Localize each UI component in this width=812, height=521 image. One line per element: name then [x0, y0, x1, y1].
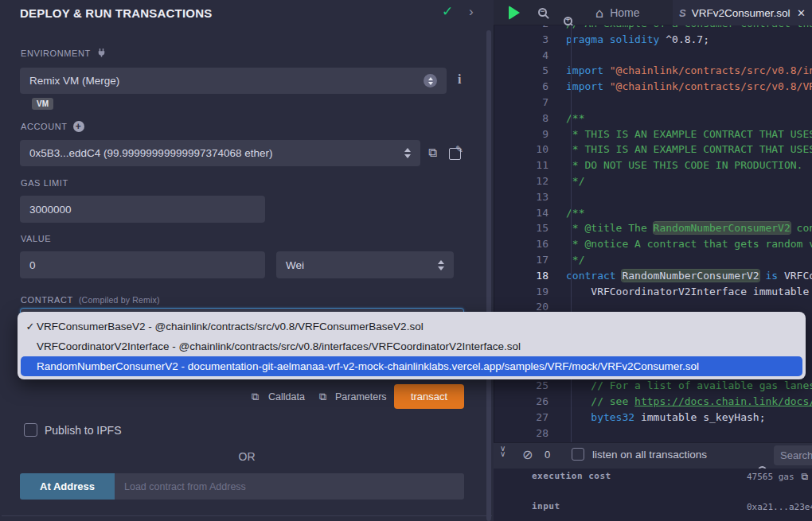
- terminal-row-label: execution cost: [532, 471, 611, 481]
- select-stepper-icon[interactable]: [424, 74, 437, 87]
- terminal-collapse-icon[interactable]: ∨∨: [500, 445, 506, 457]
- select-stepper-icon[interactable]: [438, 260, 444, 270]
- value-unit-select[interactable]: Wei: [276, 251, 454, 278]
- parameters-button[interactable]: Parameters: [335, 391, 387, 402]
- code-editor[interactable]: 2// An example of a consumer contract th…: [494, 25, 812, 442]
- line-number: 14: [494, 205, 560, 221]
- environment-label: ENVIRONMENT: [21, 48, 107, 58]
- contract-option-label: VRFConsumerBaseV2 - @chainlink/contracts…: [37, 321, 424, 332]
- copy-calldata-icon[interactable]: ⧉: [252, 391, 259, 403]
- contract-option[interactable]: VRFCoordinatorV2Interface - @chainlink/c…: [18, 336, 806, 356]
- publish-ipfs-checkbox[interactable]: [24, 423, 37, 437]
- vm-badge: VM: [32, 98, 53, 110]
- value-input[interactable]: 0: [20, 251, 265, 278]
- code-text: VRFCoordinatorV2Interface immutable C: [560, 284, 812, 300]
- clear-console-icon[interactable]: ⊘: [522, 447, 533, 462]
- code-text: /**: [560, 111, 584, 126]
- terminal-row: input0xa21...a23e4⧉: [494, 501, 812, 512]
- code-line: 17 */: [494, 252, 812, 268]
- terminal-search-input[interactable]: Search: [774, 445, 812, 465]
- copy-parameters-icon[interactable]: ⧉: [319, 391, 326, 403]
- code-line: 14/**: [494, 205, 812, 221]
- transact-button[interactable]: transact: [394, 384, 464, 409]
- line-number: 9: [494, 126, 560, 142]
- terminal-row-value: 0xa21...a23e4⧉: [747, 501, 812, 512]
- code-text: import "@chainlink/contracts/src/v0.8/VR…: [560, 79, 812, 95]
- code-text: [560, 95, 566, 111]
- code-text: import "@chainlink/contracts/src/v0.8/in…: [560, 63, 812, 79]
- home-icon: ⌂: [595, 6, 603, 21]
- terminal-output[interactable]: execution cost47565 gas⧉input0xa21...a23…: [494, 469, 812, 521]
- gas-limit-input[interactable]: 3000000: [20, 196, 265, 223]
- line-number: 17: [494, 252, 560, 268]
- line-number: 15: [494, 220, 560, 236]
- account-select[interactable]: 0x5B3...eddC4 (99.99999999999997374068 e…: [20, 140, 420, 166]
- code-text: */: [560, 252, 584, 268]
- code-line: 28: [494, 426, 812, 441]
- account-label: ACCOUNT +: [21, 121, 84, 132]
- environment-select[interactable]: Remix VM (Merge): [20, 68, 447, 94]
- zoom-in-icon[interactable]: +: [564, 17, 572, 25]
- code-text: /**: [560, 205, 584, 221]
- code-line: 9 * THIS IS AN EXAMPLE CONTRACT THAT USE…: [494, 126, 812, 142]
- code-text: // An example of a consumer contract tha…: [560, 25, 812, 32]
- line-number: 19: [494, 284, 560, 300]
- line-number: 3: [494, 32, 560, 48]
- publish-ipfs-label: Publish to IPFS: [45, 424, 122, 437]
- contract-option[interactable]: RandomNumberConsumerV2 - documentation-g…: [21, 356, 802, 376]
- tab-vrfv2consumer[interactable]: S VRFv2Consumer.sol ✕: [673, 0, 812, 25]
- close-tab-icon[interactable]: ✕: [797, 7, 806, 19]
- edit-account-icon[interactable]: ✎: [449, 148, 461, 160]
- listen-all-transactions-checkbox[interactable]: [572, 448, 584, 461]
- copy-account-icon[interactable]: ⧉: [428, 146, 437, 160]
- code-text: * THIS IS AN EXAMPLE CONTRACT THAT USES: [560, 126, 812, 142]
- terminal-row: execution cost47565 gas⧉: [494, 471, 812, 482]
- line-number: 11: [494, 157, 560, 173]
- code-text: // For a list of available gas lanes o: [560, 378, 812, 394]
- contract-option[interactable]: ✓VRFConsumerBaseV2 - @chainlink/contract…: [18, 317, 806, 336]
- line-number: 25: [494, 378, 560, 394]
- gas-limit-label: GAS LIMIT: [21, 178, 68, 188]
- solidity-file-icon: S: [679, 7, 686, 19]
- or-separator: OR: [0, 450, 494, 463]
- code-line: 25 // For a list of available gas lanes …: [494, 378, 812, 394]
- at-address-input[interactable]: Load contract from Address: [115, 473, 464, 500]
- contract-label: CONTRACT (Compiled by Remix): [21, 295, 160, 305]
- code-text: * @notice A contract that gets random va: [560, 236, 812, 252]
- code-text: * DO NOT USE THIS CODE IN PRODUCTION.: [560, 157, 802, 173]
- add-account-icon[interactable]: +: [73, 121, 84, 132]
- line-number: 6: [494, 79, 560, 95]
- code-text: contract RandomNumberConsumerV2 is VRFCo…: [560, 268, 812, 284]
- code-line: 4: [494, 48, 812, 64]
- line-number: 18: [494, 268, 560, 284]
- code-line: 7: [494, 95, 812, 111]
- line-number: 28: [494, 426, 560, 441]
- code-line: 2// An example of a consumer contract th…: [494, 25, 812, 32]
- contract-option-label: RandomNumberConsumerV2 - documentation-g…: [37, 360, 699, 372]
- code-line: 8/**: [494, 111, 812, 126]
- code-line: 19 VRFCoordinatorV2Interface immutable C: [494, 284, 812, 300]
- code-text: [560, 48, 566, 64]
- plug-icon: [96, 48, 107, 58]
- panel-scrollbar[interactable]: [486, 30, 491, 521]
- code-line: 27 bytes32 immutable s_keyHash;: [494, 410, 812, 426]
- at-address-placeholder: Load contract from Address: [124, 481, 246, 492]
- code-text: * @title The RandomNumberConsumerV2 cont…: [560, 220, 812, 236]
- code-text: [560, 426, 566, 441]
- at-address-button[interactable]: At Address: [20, 473, 115, 500]
- environment-info-icon[interactable]: i: [458, 72, 461, 87]
- copy-value-icon[interactable]: ⧉: [802, 471, 809, 482]
- code-text: // see https://docs.chain.link/docs/vrf: [560, 394, 812, 410]
- select-stepper-icon[interactable]: [404, 148, 411, 158]
- zoom-out-icon[interactable]: −: [538, 8, 547, 17]
- remix-ide-window: DEPLOY & RUN TRANSACTIONS ✓ › ENVIRONMEN…: [0, 0, 812, 521]
- code-text: * THIS IS AN EXAMPLE CONTRACT THAT USES: [560, 142, 812, 157]
- line-number: 8: [494, 111, 560, 126]
- line-number: 16: [494, 236, 560, 252]
- panel-pin-chevron-icon[interactable]: ›: [469, 4, 474, 20]
- calldata-button[interactable]: Calldata: [268, 391, 305, 402]
- transaction-count: 0: [545, 449, 550, 461]
- run-script-play-icon[interactable]: [509, 6, 520, 20]
- tab-home[interactable]: ⌂ Home: [588, 0, 648, 25]
- code-text: [560, 189, 566, 205]
